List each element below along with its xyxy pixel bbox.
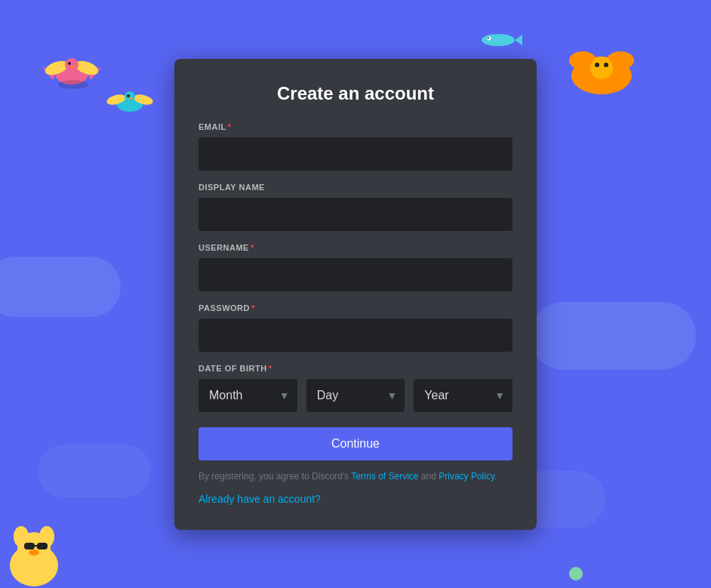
svg-point-31 <box>29 550 39 556</box>
dob-required: * <box>269 364 272 373</box>
cloud-1 <box>0 257 121 317</box>
username-group: USERNAME* <box>199 243 512 291</box>
email-label: EMAIL* <box>199 122 512 131</box>
dot-decoration <box>569 567 583 580</box>
email-input[interactable] <box>199 137 512 171</box>
svg-point-23 <box>595 63 599 67</box>
terms-text: By registering, you agree to Discord's T… <box>199 469 512 483</box>
password-group: PASSWORD* <box>199 303 512 352</box>
animal-decoration <box>0 520 68 588</box>
continue-button[interactable]: Continue <box>199 427 512 460</box>
day-select-wrap: Day 12345 678910 1112131415 1617181920 2… <box>306 379 405 412</box>
dob-label: DATE OF BIRTH* <box>199 364 512 373</box>
login-link[interactable]: Already have an account? <box>199 493 321 505</box>
display-name-label: DISPLAY NAME <box>199 183 512 192</box>
orange-decoration <box>560 42 643 98</box>
year-select[interactable]: Year 2024202320222021 2010200019901980 <box>414 379 512 412</box>
svg-point-24 <box>604 63 608 67</box>
day-select[interactable]: Day 12345 678910 1112131415 1617181920 2… <box>306 379 405 412</box>
month-select[interactable]: Month January February March April May J… <box>199 379 297 412</box>
svg-rect-32 <box>24 543 35 550</box>
cloud-2 <box>530 302 696 370</box>
svg-point-8 <box>58 80 88 89</box>
password-required: * <box>251 303 255 312</box>
svg-marker-16 <box>515 35 522 45</box>
svg-rect-33 <box>37 543 48 550</box>
password-input[interactable] <box>199 319 512 352</box>
svg-point-22 <box>590 57 613 79</box>
display-name-input[interactable] <box>199 198 512 231</box>
svg-point-15 <box>482 34 515 46</box>
display-name-group: DISPLAY NAME <box>199 183 512 231</box>
svg-point-13 <box>127 94 130 97</box>
bird-decoration-2 <box>106 87 155 117</box>
fish-decoration <box>477 32 522 48</box>
bird-decoration-1 <box>42 51 102 93</box>
username-label: USERNAME* <box>199 243 512 252</box>
username-input[interactable] <box>199 258 512 291</box>
privacy-policy-link[interactable]: Privacy Policy <box>439 471 494 482</box>
email-required: * <box>228 122 232 131</box>
username-required: * <box>251 243 254 252</box>
svg-point-5 <box>65 58 78 72</box>
modal-title: Create an account <box>199 83 512 104</box>
year-select-wrap: Year 2024202320222021 2010200019901980 ▼ <box>414 379 512 412</box>
terms-of-service-link[interactable]: Terms of Service <box>351 471 418 482</box>
month-select-wrap: Month January February March April May J… <box>199 379 297 412</box>
cloud-3 <box>38 445 151 497</box>
svg-point-18 <box>488 38 489 39</box>
svg-point-6 <box>68 62 71 65</box>
create-account-modal: Create an account EMAIL* DISPLAY NAME US… <box>174 59 537 530</box>
password-label: PASSWORD* <box>199 303 512 312</box>
dob-row: Month January February March April May J… <box>199 379 512 412</box>
email-group: EMAIL* <box>199 122 512 171</box>
dob-group: DATE OF BIRTH* Month January February Ma… <box>199 364 512 412</box>
